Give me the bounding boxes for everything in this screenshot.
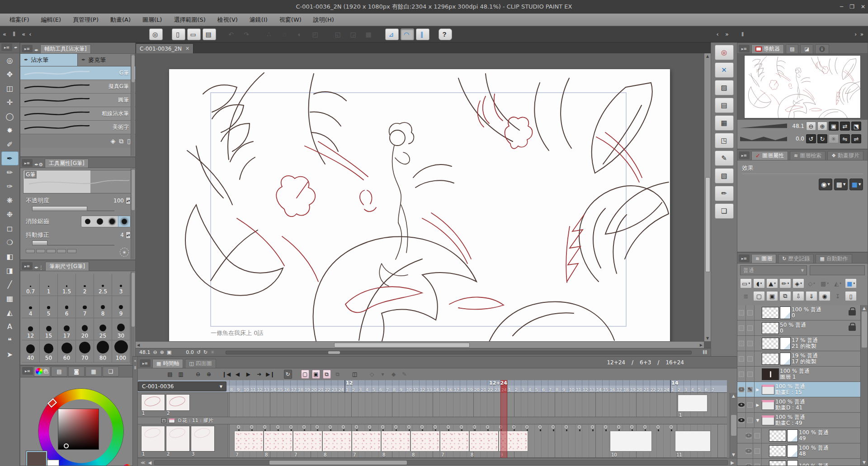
layer-edit-column[interactable]: ✎	[746, 413, 755, 428]
timeline-frame-cell[interactable]: 24	[663, 380, 670, 393]
layer-edit-column[interactable]: ✎	[753, 443, 762, 458]
tab-history[interactable]: ↻歷史記錄	[778, 254, 814, 263]
keyframe-icon[interactable]	[250, 425, 253, 428]
keyframe-icon[interactable]: ◆	[390, 370, 398, 379]
clipping-mask-icon[interactable]: ◖▾	[753, 278, 765, 288]
keyframe-icon[interactable]	[355, 425, 358, 428]
antialias-strong-button[interactable]	[118, 216, 130, 227]
timeline-frame-cell[interactable]: 23	[656, 380, 663, 393]
timeline-frame-cell[interactable]: 12	[419, 380, 426, 393]
timeline-frame-cell[interactable]: 6	[378, 380, 385, 393]
color-history-tab[interactable]: ❏	[103, 367, 119, 377]
new-timeline-icon[interactable]: ▥	[177, 370, 185, 379]
timeline-frame-cell[interactable]: 15	[439, 380, 446, 393]
timeline-frame-cell[interactable]: 9	[399, 380, 406, 393]
minimize-button[interactable]: ─	[840, 4, 843, 10]
timeline-edit-icon[interactable]: ▤	[166, 370, 174, 379]
unlink-cel-icon[interactable]: ⧉	[334, 370, 342, 379]
timeline-frame-cell[interactable]: 20	[311, 380, 317, 393]
brush-size-cell[interactable]: 25	[94, 318, 112, 340]
timeline-frame-cell[interactable]: 6	[541, 380, 548, 393]
keyframe-icon[interactable]	[525, 425, 528, 428]
menu-item[interactable]: 檢視(V)	[212, 14, 244, 26]
keyframe-icon[interactable]	[591, 425, 594, 428]
keyframe-icon[interactable]	[237, 425, 240, 428]
clip-select-dropdown[interactable]: C-001-0036 ▼	[138, 381, 226, 391]
loop-playback-icon[interactable]: ↻	[284, 370, 292, 379]
onion-skin-icon[interactable]: ◫	[351, 370, 359, 379]
layer-visibility-toggle[interactable]	[737, 320, 746, 335]
status-slider[interactable]	[226, 351, 692, 354]
color-mixing-tab[interactable]: ▦	[85, 367, 102, 377]
subtool-scrollbar[interactable]	[131, 54, 135, 156]
timeline-frame-cell[interactable]: 10	[243, 380, 250, 393]
timeline-frame-cell[interactable]: 16	[446, 380, 453, 393]
layer-visibility-toggle[interactable]	[737, 305, 746, 320]
cel-settings-dropdown-icon[interactable]: ▾	[379, 370, 387, 379]
timeline-frame-cell[interactable]: 20	[473, 380, 480, 393]
keyframe-icon[interactable]	[604, 425, 607, 428]
timeline-cel[interactable]: 11	[675, 431, 711, 452]
zoom-in-icon[interactable]: ⊕	[817, 122, 827, 131]
panel-menu-icon[interactable]: ▸≡	[140, 359, 151, 367]
reference-layer-icon[interactable]: ▲▾	[766, 278, 778, 288]
collapsed-tone-palette-icon[interactable]: ▦	[715, 115, 734, 131]
brush-size-cell[interactable]: 5	[40, 296, 58, 318]
pencil-tool-icon[interactable]: ✏	[1, 165, 19, 179]
timeline-frame-cell[interactable]: 4	[690, 380, 697, 393]
new-file-icon[interactable]: ▯	[172, 28, 185, 40]
timeline-collapse-bottom-icon[interactable]: ≪	[141, 460, 145, 465]
collapsed-zoom-palette-icon[interactable]: ◎	[715, 45, 734, 60]
layer-edit-column[interactable]: ✎	[746, 397, 755, 412]
undo-icon[interactable]: ↶	[225, 28, 239, 40]
timeline-frame-cell[interactable]: 22	[324, 380, 331, 393]
stabilize-stepper[interactable]: ▲▼	[126, 231, 131, 239]
timeline-frame-cell[interactable]: 7	[548, 380, 555, 393]
link-cel-icon[interactable]: ⧉	[323, 370, 331, 379]
tab-animation-cels[interactable]: ❖動畫膠片	[827, 151, 863, 160]
timeline-frame-cell[interactable]: 9	[236, 380, 243, 393]
brush-size-cell[interactable]: 12	[22, 318, 40, 340]
timeline-frame-cell[interactable]: 13	[426, 380, 433, 393]
timeline-frame-cell[interactable]: 13	[589, 380, 595, 393]
reset-rotate-icon[interactable]: ✳	[829, 134, 839, 143]
menu-item[interactable]: 頁管理(P)	[67, 14, 104, 26]
eraser-tool-icon[interactable]: ◻	[1, 221, 19, 235]
collapsed-close-palette-icon[interactable]: ✕	[715, 62, 734, 78]
track-header-cel[interactable]: 1	[141, 394, 165, 417]
playhead[interactable]	[500, 380, 507, 458]
rotate-right-icon[interactable]: ↻	[817, 134, 827, 143]
timeline-frame-cell[interactable]: 21	[480, 380, 487, 393]
transfer-to-lower-icon[interactable]: ⇩	[793, 291, 804, 301]
layer-opacity-box[interactable]	[810, 265, 865, 275]
brush-size-cell[interactable]: 80	[94, 340, 112, 362]
timeline-frame-cell[interactable]: 14	[270, 380, 277, 393]
timeline-frame-cell[interactable]: 19	[304, 380, 311, 393]
timeline-horizontal-scrollbar[interactable]: ≪ ◀ ▶	[138, 458, 737, 466]
lock-transparent-pixel-icon[interactable]: ◇▾	[806, 278, 817, 288]
play-icon[interactable]: ▶	[244, 370, 252, 379]
annotation-icon[interactable]: ✎	[401, 370, 409, 379]
timeline-ruler[interactable]: C-001-0036 ▼ 8 9 10	[138, 380, 727, 393]
keyframe-icon[interactable]	[276, 425, 279, 428]
timeline-cel[interactable]: 8	[264, 431, 293, 452]
timeline-frame-cell[interactable]: 23	[331, 380, 338, 393]
prev-frame-icon[interactable]: ◀	[233, 370, 241, 379]
tab-auto-action[interactable]: ▦自動動作	[816, 254, 852, 263]
navigator-zoom-slider[interactable]	[740, 123, 787, 130]
menu-item[interactable]: 說明(H)	[307, 14, 340, 26]
collapse-left-dock-icon[interactable]: « ⦀ « ‹	[0, 31, 35, 38]
brush-size-cell[interactable]: 1	[40, 274, 58, 296]
go-last-frame-icon[interactable]: ▶❙	[266, 370, 274, 379]
timeline-frame-cell[interactable]: 12	[256, 380, 263, 393]
flip-view-icon[interactable]: ⬔	[851, 122, 861, 131]
enable-mask-icon[interactable]: ▩▾	[819, 278, 830, 288]
keyframe-icon[interactable]	[486, 425, 489, 428]
menu-item[interactable]: 濾鏡(I)	[244, 14, 274, 26]
rotate-left-icon[interactable]: ↺	[806, 134, 816, 143]
keyframe-icon[interactable]	[302, 425, 306, 428]
fill-tool-icon[interactable]: ◧	[1, 249, 19, 264]
timeline-vertical-scrollbar[interactable]: ▲▼	[730, 393, 737, 458]
close-button[interactable]: ✕	[861, 4, 865, 10]
brush-list-item[interactable]: 美術字	[20, 121, 135, 134]
